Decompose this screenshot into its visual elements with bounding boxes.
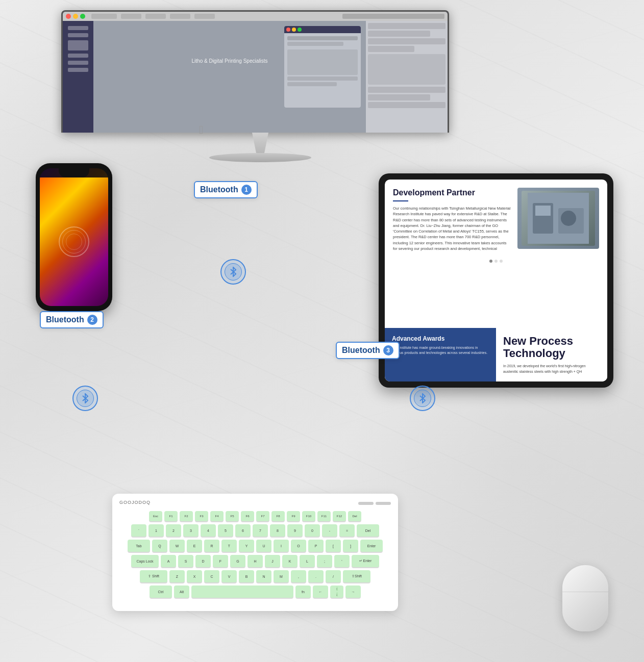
key-space[interactable] xyxy=(191,585,293,598)
key-i[interactable]: I xyxy=(274,540,289,552)
monitor: CVM Print are South Tyneside's Litho & D… xyxy=(61,10,459,158)
key-t[interactable]: T xyxy=(221,540,237,552)
dot-1 xyxy=(489,260,492,263)
key-backtick[interactable]: ` xyxy=(131,524,146,537)
key-o[interactable]: O xyxy=(291,540,306,552)
mouse-body xyxy=(562,565,608,631)
phone xyxy=(36,163,112,311)
key-f8[interactable]: F8 xyxy=(271,511,285,521)
key-fn2[interactable]: fn xyxy=(295,585,311,598)
bluetooth-label-3: Bluetooth 3 xyxy=(336,342,400,359)
key-f10[interactable]: F10 xyxy=(302,511,315,521)
key-8[interactable]: 8 xyxy=(270,524,285,537)
key-equals[interactable]: = xyxy=(339,524,355,537)
key-right[interactable]: → xyxy=(345,585,361,598)
close-button[interactable] xyxy=(66,14,71,19)
key-f2[interactable]: F2 xyxy=(180,511,193,521)
key-quote[interactable]: ' xyxy=(334,555,350,567)
key-5[interactable]: 5 xyxy=(218,524,233,537)
key-updown[interactable]: ↑ ↓ xyxy=(330,585,343,598)
key-c[interactable]: C xyxy=(204,570,219,582)
key-7[interactable]: 7 xyxy=(253,524,268,537)
key-h[interactable]: H xyxy=(247,555,263,567)
monitor-stand-base xyxy=(209,153,311,162)
key-4[interactable]: 4 xyxy=(201,524,216,537)
tablet-awards-section: Advanced Awards The institute has made g… xyxy=(385,328,496,381)
bluetooth-icon-1 xyxy=(220,259,246,285)
key-f7[interactable]: F7 xyxy=(256,511,269,521)
key-ctrl[interactable]: Ctrl xyxy=(150,585,172,598)
key-n[interactable]: N xyxy=(256,570,271,582)
key-m[interactable]: M xyxy=(274,570,289,582)
asdf-row: Caps Lock A S D F G H J K L ; ' ↵ Enter xyxy=(119,555,391,567)
key-period[interactable]: . xyxy=(308,570,324,582)
key-esc[interactable]: Esc xyxy=(149,511,162,521)
key-e[interactable]: E xyxy=(187,540,202,552)
key-f3[interactable]: F3 xyxy=(195,511,208,521)
key-q[interactable]: Q xyxy=(152,540,167,552)
key-2[interactable]: 2 xyxy=(166,524,181,537)
key-d[interactable]: D xyxy=(195,555,211,567)
key-shift-left[interactable]: ⇧ Shift xyxy=(140,570,167,582)
key-return[interactable]: ↵ Enter xyxy=(352,555,379,567)
key-f[interactable]: F xyxy=(213,555,228,567)
key-0[interactable]: 0 xyxy=(305,524,320,537)
key-w[interactable]: W xyxy=(169,540,185,552)
key-l[interactable]: L xyxy=(300,555,315,567)
tablet-heading: Development Partner xyxy=(393,188,511,197)
key-j[interactable]: J xyxy=(265,555,280,567)
bluetooth-number-3: 3 xyxy=(383,345,393,355)
key-3[interactable]: 3 xyxy=(183,524,199,537)
key-lbracket[interactable]: [ xyxy=(326,540,341,552)
key-z[interactable]: Z xyxy=(169,570,185,582)
bottom-row: Ctrl Alt fn ← ↑ ↓ → xyxy=(119,585,391,598)
key-r[interactable]: R xyxy=(204,540,219,552)
key-y[interactable]: Y xyxy=(239,540,254,552)
bluetooth-icon-3 xyxy=(410,386,435,411)
monitor-screen: CVM Print are South Tyneside's Litho & D… xyxy=(61,10,449,133)
maximize-button[interactable] xyxy=(80,14,85,19)
bluetooth-icon-2 xyxy=(72,386,98,411)
key-alt[interactable]: Alt xyxy=(174,585,189,598)
key-f5[interactable]: F5 xyxy=(226,511,239,521)
key-g[interactable]: G xyxy=(230,555,245,567)
key-f4[interactable]: F4 xyxy=(210,511,224,521)
key-6[interactable]: 6 xyxy=(235,524,251,537)
key-del[interactable]: Del xyxy=(348,511,361,521)
key-k[interactable]: K xyxy=(282,555,298,567)
key-a[interactable]: A xyxy=(161,555,176,567)
key-v[interactable]: V xyxy=(221,570,237,582)
key-1[interactable]: 1 xyxy=(148,524,164,537)
key-9[interactable]: 9 xyxy=(287,524,303,537)
key-slash[interactable]: / xyxy=(326,570,341,582)
key-minus[interactable]: - xyxy=(322,524,337,537)
key-f12[interactable]: F12 xyxy=(333,511,346,521)
key-f9[interactable]: F9 xyxy=(287,511,300,521)
key-backspace[interactable]: Del xyxy=(357,524,379,537)
tablet-image-inner xyxy=(522,191,595,246)
doc-subtitle: Litho & Digital Printing Specialists xyxy=(192,58,268,64)
key-b[interactable]: B xyxy=(239,570,254,582)
key-comma[interactable]: , xyxy=(291,570,306,582)
key-f1[interactable]: F1 xyxy=(164,511,178,521)
fingerprint-icon xyxy=(59,226,89,257)
key-s[interactable]: S xyxy=(178,555,193,567)
bluetooth-number-2: 2 xyxy=(87,315,97,325)
key-rbracket[interactable]: ] xyxy=(343,540,358,552)
zxcv-row: ⇧ Shift Z X C V B N M , . / ⇧Shift xyxy=(119,570,391,582)
key-shift-right[interactable]: ⇧Shift xyxy=(343,570,370,582)
key-capslock[interactable]: Caps Lock xyxy=(131,555,159,567)
key-left[interactable]: ← xyxy=(313,585,328,598)
key-f6[interactable]: F6 xyxy=(241,511,254,521)
key-p[interactable]: P xyxy=(308,540,324,552)
key-enter[interactable]: Enter xyxy=(360,540,383,552)
phone-wallpaper xyxy=(40,177,108,306)
key-x[interactable]: X xyxy=(187,570,202,582)
key-u[interactable]: U xyxy=(256,540,271,552)
bluetooth-text-3: Bluetooth xyxy=(342,346,380,355)
key-f11[interactable]: F11 xyxy=(317,511,331,521)
dot-3 xyxy=(500,260,503,263)
key-tab[interactable]: Tab xyxy=(128,540,150,552)
key-semicolon[interactable]: ; xyxy=(317,555,332,567)
minimize-button[interactable] xyxy=(73,14,78,19)
